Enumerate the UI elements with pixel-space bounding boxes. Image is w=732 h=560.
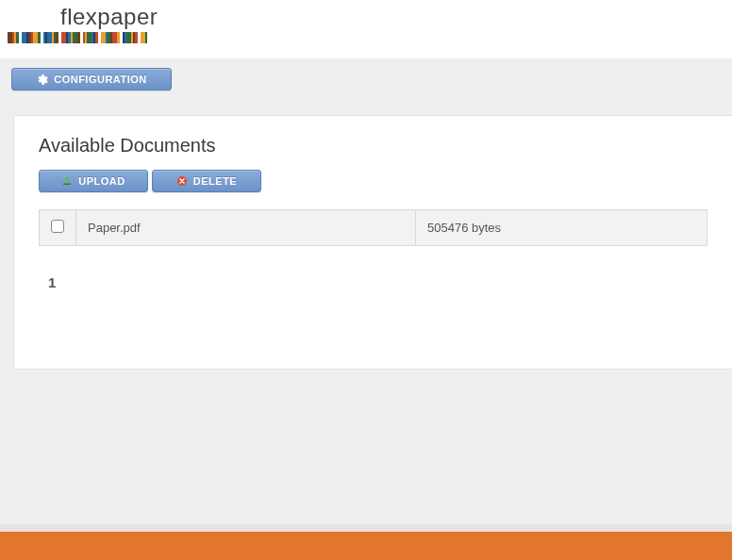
brand-barcode bbox=[8, 32, 158, 43]
upload-button[interactable]: UPLOAD bbox=[39, 170, 148, 192]
nav-bar: CONFIGURATION bbox=[0, 58, 732, 100]
upload-icon bbox=[61, 175, 73, 187]
gear-icon bbox=[36, 74, 48, 86]
panel-title: Available Documents bbox=[39, 135, 707, 156]
table-row[interactable]: Paper.pdf505476 bytes bbox=[40, 210, 707, 246]
documents-panel: Available Documents UPLOAD DELETE Paper.… bbox=[13, 115, 732, 370]
footer-bar bbox=[0, 532, 732, 560]
page-number: 1 bbox=[48, 274, 56, 290]
page-footer bbox=[0, 524, 732, 560]
svg-rect-0 bbox=[63, 184, 71, 186]
row-checkbox-cell[interactable] bbox=[40, 210, 76, 246]
upload-label: UPLOAD bbox=[78, 175, 125, 187]
documents-table: Paper.pdf505476 bytes bbox=[39, 209, 707, 246]
brand-name: flexpaper bbox=[60, 4, 158, 30]
brand: flexpaper bbox=[8, 4, 158, 43]
delete-label: DELETE bbox=[193, 175, 237, 187]
configuration-button[interactable]: CONFIGURATION bbox=[11, 68, 172, 91]
delete-button[interactable]: DELETE bbox=[152, 170, 261, 192]
app-header: flexpaper bbox=[0, 0, 732, 58]
row-filename: Paper.pdf bbox=[76, 210, 416, 246]
configuration-label: CONFIGURATION bbox=[54, 74, 147, 85]
checkbox-icon[interactable] bbox=[51, 220, 64, 233]
action-buttons: UPLOAD DELETE bbox=[39, 170, 707, 192]
row-filesize: 505476 bytes bbox=[416, 210, 707, 246]
delete-icon bbox=[176, 175, 188, 187]
pager[interactable]: 1 bbox=[48, 274, 698, 290]
